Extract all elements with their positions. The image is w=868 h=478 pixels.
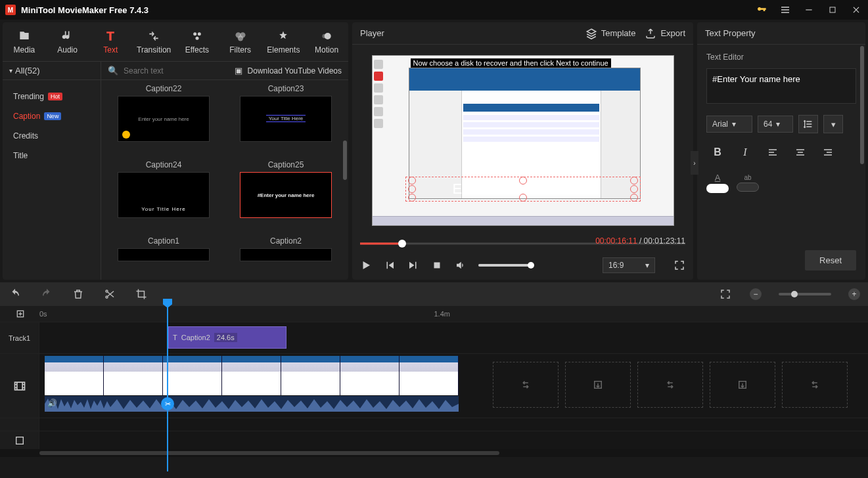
volume-slider[interactable] <box>478 264 531 267</box>
volume-button[interactable] <box>455 259 467 271</box>
maximize-button[interactable] <box>821 0 844 20</box>
sidebar-all-toggle[interactable]: ▾ All(52) <box>3 62 101 80</box>
delete-button[interactable] <box>71 287 85 301</box>
align-left-button[interactable] <box>762 142 784 162</box>
gallery-scrollbar[interactable] <box>343 81 347 277</box>
minimize-button[interactable] <box>797 0 821 20</box>
tab-filters[interactable]: Filters <box>219 22 262 61</box>
playhead-scissors-icon[interactable]: ✂ <box>161 397 174 410</box>
main-tabs: Media Audio Text Transition Effects Filt… <box>3 22 348 62</box>
timeline-horizontal-scrollbar[interactable] <box>0 449 868 457</box>
aspect-ratio-select[interactable]: 16:9▾ <box>603 257 655 273</box>
resize-handle[interactable] <box>630 177 638 185</box>
resize-handle[interactable] <box>408 177 416 185</box>
tab-media[interactable]: Media <box>3 22 46 61</box>
scrubber-knob[interactable] <box>398 240 406 248</box>
scrubber[interactable]: 00:00:16:11 / 00:01:23:11 <box>360 236 685 251</box>
tab-motion[interactable]: Motion <box>305 22 348 61</box>
search-input[interactable] <box>124 66 229 76</box>
resize-handle[interactable] <box>408 185 416 193</box>
crop-button[interactable] <box>134 287 148 301</box>
preview-banner-text: Now choose a disk to recover and then cl… <box>411 58 611 68</box>
tab-elements[interactable]: Elements <box>262 22 306 61</box>
license-key-button[interactable] <box>750 0 773 20</box>
reset-button[interactable]: Reset <box>805 250 856 271</box>
zoom-slider[interactable] <box>779 293 831 295</box>
player-panel: Player Template Export <box>352 22 693 280</box>
resize-handle[interactable] <box>408 194 416 202</box>
text-track-body[interactable]: ✂ T Caption2 24.6s <box>39 322 868 353</box>
empty-clip-slot[interactable] <box>782 362 848 408</box>
text-clip-name: Caption2 <box>181 334 210 341</box>
template-button[interactable]: Template <box>585 28 636 39</box>
undo-button[interactable] <box>8 287 22 301</box>
chevron-down-icon: ▾ <box>9 67 12 74</box>
empty-clip-slot[interactable] <box>710 362 775 408</box>
sidebar-item-trending[interactable]: TrendingHot <box>3 87 101 106</box>
empty-clip-slot[interactable] <box>565 362 631 408</box>
playhead[interactable]: ✂ <box>167 307 168 471</box>
resize-handle[interactable] <box>630 194 638 202</box>
text-overlay-selection[interactable]: Enter Your name here <box>412 181 634 198</box>
tab-transition[interactable]: Transition <box>132 22 175 61</box>
stop-button[interactable] <box>431 259 443 271</box>
player-stage[interactable]: Now choose a disk to recover and then cl… <box>352 45 693 236</box>
gallery-item-selected[interactable]: Caption25#Enter your name here <box>231 160 340 232</box>
play-button[interactable] <box>360 259 372 271</box>
gallery-item[interactable]: Caption22Enter your name here <box>109 84 218 156</box>
tab-audio[interactable]: Audio <box>46 22 89 61</box>
add-marker-button[interactable] <box>13 307 28 321</box>
video-clip[interactable] <box>45 356 459 395</box>
tab-text[interactable]: Text <box>89 22 133 61</box>
more-options-button[interactable]: ▾ <box>823 115 843 133</box>
zoom-in-button[interactable]: + <box>848 288 860 300</box>
sidebar-item-credits[interactable]: Credits <box>3 126 101 146</box>
audio-waveform[interactable]: 🔊 <box>45 396 459 412</box>
font-size-select[interactable]: 64▾ <box>758 116 793 133</box>
text-color-picker[interactable]: A <box>706 173 729 193</box>
highlight-color-picker[interactable]: ab <box>737 174 759 192</box>
redo-button[interactable] <box>39 287 54 301</box>
gallery-item[interactable]: Caption2 <box>231 236 340 276</box>
gallery-item[interactable]: Caption23Your Title Here <box>231 84 340 156</box>
text-gallery: 🔍 ▣ Download YouTube Videos Caption22Ent… <box>101 62 348 280</box>
zoom-out-button[interactable]: − <box>750 288 762 300</box>
sidebar-item-caption[interactable]: CaptionNew <box>3 106 101 126</box>
resize-handle[interactable] <box>519 177 527 185</box>
fit-timeline-button[interactable] <box>718 287 733 301</box>
preview-desktop-icons <box>374 57 386 224</box>
text-content-input[interactable] <box>706 68 856 104</box>
gallery-item[interactable]: Caption24Your Title Here <box>109 160 218 232</box>
align-center-button[interactable] <box>789 142 811 162</box>
italic-button[interactable]: I <box>734 142 756 162</box>
download-youtube-link[interactable]: Download YouTube Videos <box>248 66 342 76</box>
resize-handle[interactable] <box>630 185 638 193</box>
menu-button[interactable] <box>773 0 797 20</box>
collapse-panel-button[interactable]: › <box>691 151 698 175</box>
font-family-select[interactable]: Arial▾ <box>706 116 752 133</box>
text-clip[interactable]: T Caption2 24.6s <box>168 326 286 349</box>
line-spacing-button[interactable] <box>798 115 818 133</box>
empty-clip-slot[interactable] <box>637 362 703 408</box>
sidebar-item-title[interactable]: Title <box>3 146 101 165</box>
bold-button[interactable]: B <box>706 142 729 162</box>
prev-frame-button[interactable] <box>384 259 396 271</box>
align-right-button[interactable] <box>817 142 839 162</box>
titlebar: M MiniTool MovieMaker Free 7.4.3 <box>0 0 868 20</box>
property-scrollbar[interactable] <box>860 46 864 247</box>
export-button[interactable]: Export <box>645 28 685 39</box>
tab-effects[interactable]: Effects <box>175 22 219 61</box>
timeline-ruler[interactable]: 0s 1.4m <box>0 306 868 322</box>
clip-volume-icon[interactable]: 🔊 <box>47 399 57 408</box>
split-button[interactable] <box>103 287 117 301</box>
close-button[interactable] <box>844 0 868 20</box>
fullscreen-button[interactable] <box>674 259 685 271</box>
spacer-track <box>0 418 868 431</box>
gallery-item[interactable]: Caption1 <box>109 236 218 276</box>
text-clip-duration: 24.6s <box>214 333 237 342</box>
text-property-panel: › Text Property Text Editor Arial▾ 64▾ ▾… <box>697 22 865 280</box>
empty-clip-slot[interactable] <box>493 362 559 408</box>
next-frame-button[interactable] <box>407 259 419 271</box>
text-clip-type-icon: T <box>173 334 177 341</box>
resize-handle[interactable] <box>519 194 527 202</box>
